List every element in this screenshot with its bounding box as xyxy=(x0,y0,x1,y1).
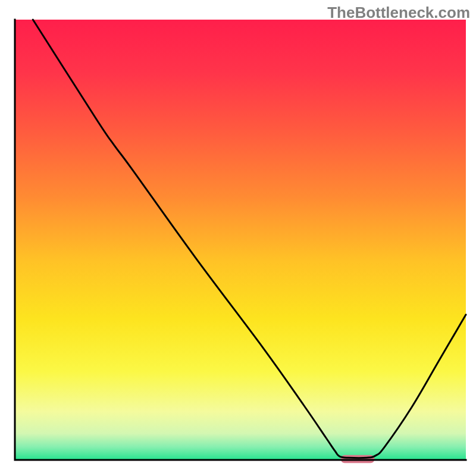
chart-svg xyxy=(0,0,476,476)
bottleneck-chart: TheBottleneck.com xyxy=(0,0,476,476)
watermark-text: TheBottleneck.com xyxy=(327,4,470,22)
gradient-background xyxy=(15,20,466,460)
